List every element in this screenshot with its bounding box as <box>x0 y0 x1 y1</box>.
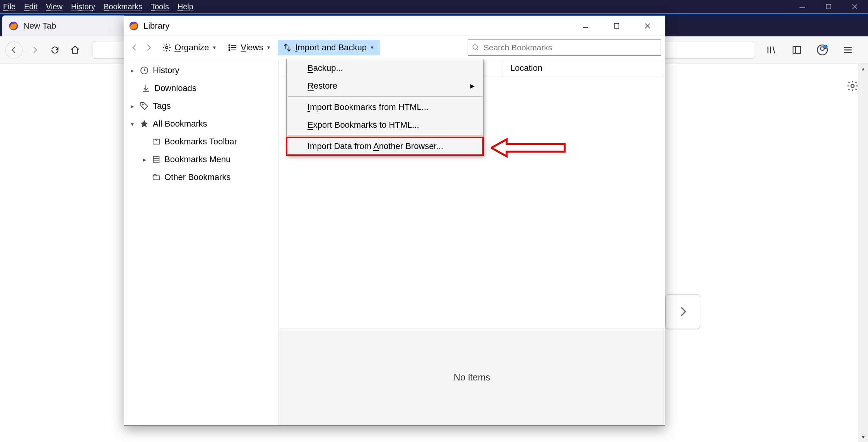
window-controls <box>789 0 868 13</box>
sidebar-label: Bookmarks Menu <box>164 154 231 164</box>
home-button[interactable] <box>67 42 83 58</box>
app-menubar: File Edit View History Bookmarks Tools H… <box>0 0 868 13</box>
list-icon <box>228 43 238 52</box>
sidebar-all-bookmarks[interactable]: ▾ All Bookmarks <box>124 115 279 133</box>
svg-rect-1 <box>826 4 831 9</box>
tab-title: New Tab <box>23 21 56 31</box>
tag-icon <box>140 101 149 111</box>
search-placeholder: Search Bookmarks <box>484 43 552 52</box>
clock-icon <box>140 66 149 75</box>
library-minimize-button[interactable] <box>578 19 593 33</box>
menu-history[interactable]: History <box>71 2 95 11</box>
firefox-icon <box>129 21 139 31</box>
scroll-down-icon[interactable]: ▾ <box>858 432 868 442</box>
window-maximize-button[interactable] <box>815 0 842 13</box>
menu-view[interactable]: View <box>46 2 63 11</box>
menu-edit[interactable]: Edit <box>24 2 37 11</box>
folder-icon <box>152 173 161 182</box>
library-search-input[interactable]: Search Bookmarks <box>468 39 661 56</box>
sidebar-icon[interactable] <box>789 42 805 58</box>
scroll-up-icon[interactable]: ▴ <box>858 63 868 74</box>
submenu-arrow-icon: ▸ <box>470 81 475 91</box>
menu-bookmark-icon <box>152 155 161 164</box>
sidebar-label: All Bookmarks <box>153 119 207 129</box>
menu-tools[interactable]: Tools <box>151 2 169 11</box>
svg-rect-8 <box>793 46 801 53</box>
back-button[interactable] <box>5 41 22 58</box>
search-icon <box>472 44 480 51</box>
svg-point-12 <box>824 45 827 48</box>
svg-point-16 <box>851 84 854 87</box>
forward-button[interactable] <box>27 42 43 58</box>
menu-backup[interactable]: Backup... <box>287 59 483 77</box>
collapse-icon[interactable]: ▾ <box>129 120 136 128</box>
sidebar-label: History <box>153 65 179 75</box>
svg-marker-39 <box>491 139 565 156</box>
import-backup-button[interactable]: Import and Backup▼ <box>278 40 379 55</box>
svg-line-7 <box>773 46 774 53</box>
firefox-icon <box>9 21 19 31</box>
library-forward-button[interactable] <box>142 41 155 54</box>
account-icon[interactable] <box>815 42 830 58</box>
menu-bookmarks[interactable]: Bookmarks <box>104 2 142 11</box>
expand-icon[interactable]: ▸ <box>129 103 136 110</box>
svg-point-28 <box>229 49 230 50</box>
library-sidebar: ▸ History Downloads ▸ Tags ▾ All Bookmar… <box>124 59 279 425</box>
reload-button[interactable] <box>47 42 63 58</box>
import-export-icon <box>283 43 292 52</box>
menu-separator <box>287 135 482 136</box>
toolbar-bookmark-icon <box>152 137 161 146</box>
detail-empty-text: No items <box>454 372 490 383</box>
expand-icon[interactable]: ▸ <box>141 156 148 163</box>
menu-separator <box>287 96 482 97</box>
sidebar-label: Tags <box>153 101 171 111</box>
import-backup-menu: Backup... Restore▸ Import Bookmarks from… <box>286 59 484 156</box>
views-button[interactable]: Views▼ <box>224 40 275 55</box>
sidebar-label: Downloads <box>154 83 196 93</box>
expand-icon[interactable]: ▸ <box>129 67 136 74</box>
organize-button[interactable]: Organize▼ <box>157 40 221 55</box>
sidebar-bookmarks-menu[interactable]: ▸ Bookmarks Menu <box>124 151 279 168</box>
library-icon[interactable] <box>764 42 779 58</box>
menu-import-html[interactable]: Import Bookmarks from HTML... <box>287 98 483 116</box>
hamburger-menu-icon[interactable] <box>840 42 856 58</box>
page-scrollbar[interactable]: ▴ ▾ <box>858 63 868 442</box>
star-icon <box>140 119 149 128</box>
window-minimize-button[interactable] <box>789 0 815 13</box>
sidebar-label: Other Bookmarks <box>164 172 231 182</box>
library-detail-pane: No items <box>279 329 665 425</box>
svg-point-33 <box>142 104 144 105</box>
library-close-button[interactable] <box>640 19 655 33</box>
sidebar-tags[interactable]: ▸ Tags <box>124 97 279 115</box>
library-title-text: Library <box>144 21 169 31</box>
annotation-arrow <box>491 136 569 159</box>
sidebar-label: Bookmarks Toolbar <box>164 137 237 147</box>
svg-rect-19 <box>614 24 619 28</box>
library-back-button[interactable] <box>128 41 141 54</box>
svg-line-30 <box>477 48 478 50</box>
library-toolbar: Organize▼ Views▼ Import and Backup▼ Sear… <box>124 36 665 59</box>
svg-point-29 <box>473 45 478 49</box>
library-maximize-button[interactable] <box>609 19 624 33</box>
svg-point-26 <box>229 45 230 46</box>
menu-help[interactable]: Help <box>178 2 193 11</box>
sidebar-history[interactable]: ▸ History <box>124 62 279 79</box>
menu-restore[interactable]: Restore▸ <box>287 77 483 95</box>
column-location[interactable]: Location <box>503 59 549 77</box>
sidebar-downloads[interactable]: Downloads <box>124 79 279 97</box>
menu-file[interactable]: File <box>3 2 15 11</box>
sidebar-bookmarks-toolbar[interactable]: Bookmarks Toolbar <box>124 133 279 151</box>
svg-rect-34 <box>153 139 160 144</box>
forward-card-button[interactable] <box>665 294 700 329</box>
browser-tab[interactable]: New Tab <box>2 15 126 36</box>
svg-point-22 <box>166 46 168 49</box>
sidebar-other-bookmarks[interactable]: Other Bookmarks <box>124 168 279 186</box>
gear-icon <box>162 43 171 52</box>
svg-rect-38 <box>153 176 160 180</box>
download-icon <box>141 84 150 93</box>
menu-import-another-browser[interactable]: Import Data from Another Browser... <box>287 137 483 155</box>
menu-export-html[interactable]: Export Bookmarks to HTML... <box>287 116 483 134</box>
library-titlebar: Library <box>124 16 665 36</box>
window-close-button[interactable] <box>842 0 868 13</box>
svg-point-27 <box>229 47 230 48</box>
